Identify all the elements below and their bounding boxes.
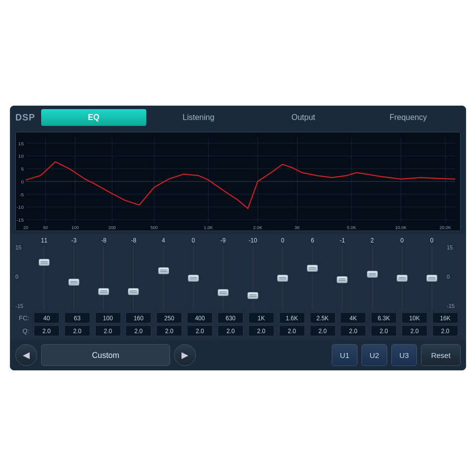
svg-text:15: 15	[18, 141, 24, 146]
slider-track-0[interactable]	[39, 246, 49, 310]
fc-cell-9[interactable]: 2.5K	[310, 312, 336, 323]
slider-thumb-5[interactable]	[188, 275, 199, 282]
fc-cell-8[interactable]: 1.6K	[279, 312, 305, 323]
fc-cell-1[interactable]: 63	[64, 312, 90, 323]
sliders-section: 15 0 -15 11-3-8-840-9-1006-1200 15 0 -15…	[10, 234, 466, 340]
slider-col-2: -8	[90, 237, 118, 310]
fc-cell-0[interactable]: 40	[34, 312, 60, 323]
u3-button[interactable]: U3	[391, 344, 417, 366]
q-cell-2[interactable]: 2.0	[95, 325, 121, 336]
slider-thumb-10[interactable]	[337, 276, 348, 283]
tab-eq[interactable]: EQ	[41, 109, 146, 126]
slider-thumb-1[interactable]	[68, 279, 79, 286]
svg-text:10: 10	[18, 154, 24, 159]
svg-text:5: 5	[21, 166, 24, 172]
slider-track-7[interactable]	[248, 246, 258, 310]
svg-text:20: 20	[23, 225, 28, 230]
slider-db-4: 4	[162, 237, 165, 244]
slider-thumb-8[interactable]	[277, 275, 288, 282]
slider-top-label: 15	[15, 245, 29, 250]
svg-text:500: 500	[150, 225, 158, 230]
fc-cell-7[interactable]: 1K	[248, 312, 274, 323]
slider-thumb-9[interactable]	[307, 265, 318, 272]
slider-track-10[interactable]	[337, 246, 347, 310]
slider-track-2[interactable]	[99, 246, 109, 310]
slider-mid-label-r: 0	[447, 274, 461, 280]
q-cell-7[interactable]: 2.0	[248, 325, 274, 336]
svg-text:-5: -5	[19, 192, 24, 197]
u1-button[interactable]: U1	[332, 344, 357, 366]
slider-db-9: 6	[311, 237, 314, 244]
slider-col-11: 2	[358, 237, 386, 310]
sliders-outer: 15 0 -15 11-3-8-840-9-1006-1200 15 0 -15	[15, 237, 461, 310]
fc-cell-4[interactable]: 250	[156, 312, 182, 323]
slider-thumb-6[interactable]	[218, 289, 229, 296]
tab-output[interactable]: Output	[251, 109, 356, 126]
slider-col-4: 4	[150, 237, 178, 310]
slider-col-5: 0	[179, 237, 207, 310]
slider-col-7: -10	[239, 237, 267, 310]
slider-thumb-4[interactable]	[158, 267, 169, 274]
tab-listening[interactable]: Listening	[146, 109, 251, 126]
slider-db-7: -10	[248, 237, 257, 244]
fc-cell-2[interactable]: 100	[95, 312, 121, 323]
q-cell-3[interactable]: 2.0	[125, 325, 151, 336]
q-row: Q: 2.02.02.02.02.02.02.02.02.02.02.02.02…	[15, 325, 461, 336]
q-cell-1[interactable]: 2.0	[64, 325, 90, 336]
fc-cell-13[interactable]: 16K	[432, 312, 458, 323]
slider-track-9[interactable]	[307, 246, 317, 310]
svg-text:1.0K: 1.0K	[204, 225, 213, 230]
slider-track-6[interactable]	[218, 246, 228, 310]
fc-cell-5[interactable]: 400	[187, 312, 213, 323]
fc-cell-3[interactable]: 160	[125, 312, 151, 323]
slider-thumb-12[interactable]	[397, 275, 408, 282]
slider-db-3: -8	[131, 237, 136, 244]
q-cell-4[interactable]: 2.0	[156, 325, 182, 336]
fc-cell-6[interactable]: 630	[218, 312, 243, 323]
slider-db-0: 11	[41, 237, 47, 244]
slider-thumb-13[interactable]	[426, 275, 437, 282]
slider-thumb-11[interactable]	[367, 271, 378, 278]
slider-track-1[interactable]	[69, 246, 79, 310]
q-cell-12[interactable]: 2.0	[402, 325, 427, 336]
svg-text:200: 200	[109, 225, 116, 230]
fc-cell-11[interactable]: 6.3K	[371, 312, 397, 323]
q-cell-10[interactable]: 2.0	[340, 325, 366, 336]
slider-track-11[interactable]	[367, 246, 377, 310]
fc-cell-10[interactable]: 4K	[340, 312, 366, 323]
slider-track-4[interactable]	[159, 246, 169, 310]
q-cell-13[interactable]: 2.0	[432, 325, 458, 336]
reset-button[interactable]: Reset	[421, 344, 461, 366]
slider-col-0: 11	[30, 237, 58, 310]
slider-track-3[interactable]	[128, 246, 138, 310]
slider-track-5[interactable]	[188, 246, 198, 310]
q-cell-0[interactable]: 2.0	[34, 325, 60, 336]
q-cell-5[interactable]: 2.0	[187, 325, 213, 336]
u2-button[interactable]: U2	[361, 344, 387, 366]
q-cell-6[interactable]: 2.0	[218, 325, 243, 336]
slider-db-1: -3	[71, 237, 77, 244]
slider-track-13[interactable]	[427, 246, 437, 310]
slider-col-3: -8	[119, 237, 147, 310]
sliders-grid: 11-3-8-840-9-1006-1200	[29, 237, 447, 310]
bottom-controls: ◀ Custom ▶ U1 U2 U3 Reset	[10, 340, 466, 370]
tab-frequency[interactable]: Frequency	[356, 109, 461, 126]
slider-thumb-2[interactable]	[98, 288, 109, 295]
slider-track-8[interactable]	[278, 246, 288, 310]
slider-thumb-3[interactable]	[128, 288, 139, 295]
slider-top-label-r: 15	[447, 245, 461, 250]
slider-thumb-0[interactable]	[39, 259, 50, 266]
q-cell-8[interactable]: 2.0	[279, 325, 305, 336]
slider-track-12[interactable]	[397, 246, 407, 310]
q-cell-11[interactable]: 2.0	[371, 325, 397, 336]
fc-cell-12[interactable]: 10K	[402, 312, 427, 323]
q-cell-9[interactable]: 2.0	[310, 325, 336, 336]
next-button[interactable]: ▶	[174, 344, 196, 366]
slider-db-5: 0	[191, 237, 195, 244]
slider-db-6: -9	[221, 237, 226, 244]
slider-bot-label: -15	[15, 303, 29, 309]
slider-db-2: -8	[101, 237, 107, 244]
slider-bot-label-r: -15	[447, 303, 461, 309]
slider-thumb-7[interactable]	[247, 292, 258, 299]
prev-button[interactable]: ◀	[15, 344, 37, 366]
